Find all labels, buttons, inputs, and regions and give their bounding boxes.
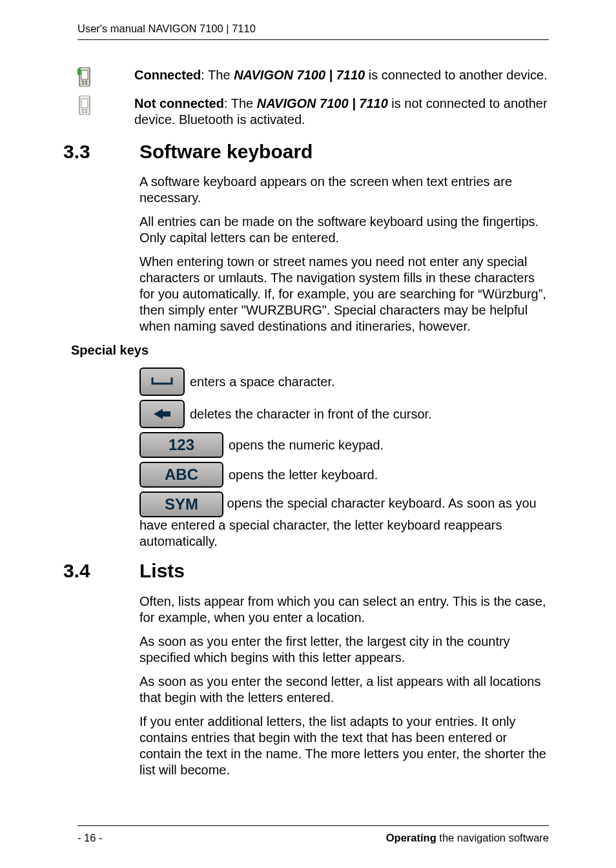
key-backspace-desc: deletes the character in front of the cu…	[190, 406, 432, 422]
key-letters-desc: opens the letter keyboard.	[229, 467, 378, 483]
section-3-4-number: 3.4	[63, 559, 139, 583]
key-symbols-block: SYM opens the special character keyboard…	[139, 491, 549, 550]
svg-rect-11	[82, 111, 84, 112]
footer: - 16 - Operating the navigation software	[77, 825, 549, 845]
svg-rect-12	[85, 111, 87, 112]
connected-icon	[77, 67, 119, 87]
svg-marker-13	[154, 409, 170, 419]
key-letters-line: ABC opens the letter keyboard.	[139, 462, 549, 488]
svg-rect-4	[82, 83, 84, 84]
key-numeric-desc: opens the numeric keypad.	[229, 437, 384, 453]
section-3-3-title: Software keyboard	[139, 140, 313, 164]
page: User's manual NAVIGON 7100 | 7110 Connec…	[0, 0, 616, 868]
status-connected-row: Connected: The NAVIGON 7100 | 7110 is co…	[77, 67, 549, 87]
footer-right-bold: Operating	[386, 832, 436, 843]
section-3-3-number: 3.3	[63, 140, 139, 164]
not-connected-text: Not connected: The NAVIGON 7100 | 7110 i…	[119, 96, 549, 128]
not-connected-product: NAVIGON 7100 | 7110	[257, 96, 388, 110]
key-backspace-line: deletes the character in front of the cu…	[139, 400, 549, 428]
svg-rect-1	[81, 70, 88, 79]
key-space-desc: enters a space character.	[190, 374, 335, 390]
s34-p1: Often, lists appear from which you can s…	[139, 594, 549, 626]
special-keys-block: enters a space character. deletes the ch…	[139, 367, 549, 550]
header-text: User's manual NAVIGON 7100 | 7110	[77, 22, 549, 39]
letters-key-icon: ABC	[139, 462, 223, 488]
not-connected-sep: : The	[224, 96, 257, 110]
footer-rule	[77, 825, 549, 826]
svg-rect-5	[85, 83, 87, 84]
s34-p2: As soon as you enter the first letter, t…	[139, 634, 549, 666]
key-numeric-line: 123 opens the numeric keypad.	[139, 432, 549, 458]
svg-rect-8	[81, 99, 88, 108]
connected-rest: is connected to another device.	[365, 68, 547, 82]
footer-page-number: - 16 -	[77, 831, 103, 845]
special-keys-heading: Special keys	[71, 342, 549, 358]
symbols-key-icon: SYM	[139, 491, 223, 517]
section-3-4-body: Often, lists appear from which you can s…	[139, 594, 549, 778]
key-space-line: enters a space character.	[139, 367, 549, 396]
connected-sep: : The	[201, 68, 234, 82]
not-connected-label: Not connected	[134, 96, 224, 110]
s34-p4: If you enter additional letters, the lis…	[139, 714, 549, 778]
s33-p1: A software keyboard appears on the scree…	[139, 174, 549, 206]
svg-rect-9	[82, 109, 84, 110]
svg-rect-3	[85, 81, 87, 82]
section-3-4-heading: 3.4 Lists	[77, 559, 549, 583]
svg-rect-6	[77, 68, 81, 75]
connected-label: Connected	[134, 68, 201, 82]
footer-right: Operating the navigation software	[386, 831, 549, 845]
numeric-key-icon: 123	[139, 432, 223, 458]
backspace-key-icon	[139, 400, 185, 428]
space-key-icon	[139, 367, 185, 396]
not-connected-icon	[77, 96, 119, 115]
s33-p2: All entries can be made on the software …	[139, 214, 549, 246]
section-3-3-heading: 3.3 Software keyboard	[77, 140, 549, 164]
connected-text: Connected: The NAVIGON 7100 | 7110 is co…	[119, 67, 549, 83]
s34-p3: As soon as you enter the second letter, …	[139, 674, 549, 706]
section-3-3-body: A software keyboard appears on the scree…	[139, 174, 549, 335]
section-3-4-title: Lists	[139, 559, 185, 583]
s33-p3: When entering town or street names you n…	[139, 254, 549, 335]
header-rule	[77, 39, 549, 40]
svg-rect-2	[82, 81, 84, 82]
connected-product: NAVIGON 7100 | 7110	[234, 68, 365, 82]
footer-right-rest: the navigation software	[436, 832, 549, 843]
status-not-connected-row: Not connected: The NAVIGON 7100 | 7110 i…	[77, 96, 549, 128]
svg-rect-10	[85, 109, 87, 110]
